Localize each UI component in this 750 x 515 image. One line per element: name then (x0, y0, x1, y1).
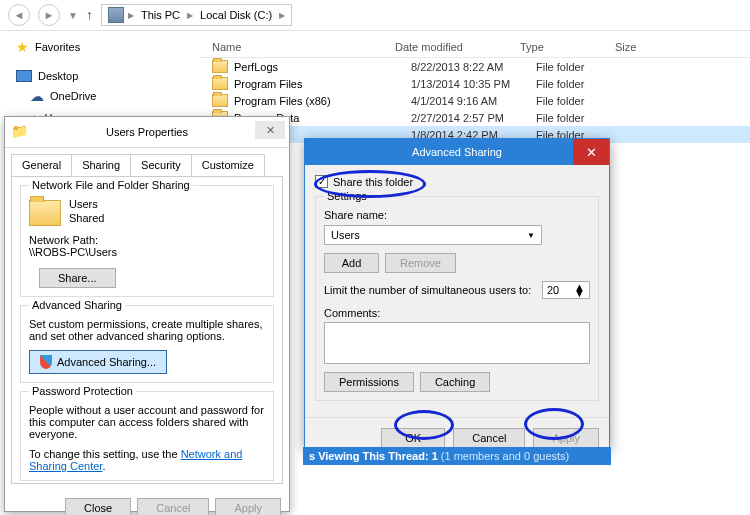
remove-button: Remove (385, 253, 456, 273)
breadcrumb-item[interactable]: This PC (138, 8, 183, 22)
comments-label: Comments: (324, 307, 590, 319)
nfs-title: Network File and Folder Sharing (29, 179, 193, 191)
history-dropdown[interactable]: ▼ (68, 10, 78, 21)
pp-desc: People without a user account and passwo… (29, 404, 265, 440)
breadcrumb-item[interactable]: Local Disk (C:) (197, 8, 275, 22)
ok-button[interactable]: OK (381, 428, 445, 448)
limit-label: Limit the number of simultaneous users t… (324, 284, 531, 296)
table-row[interactable]: Program Files (x86)4/1/2014 9:16 AMFile … (200, 92, 750, 109)
star-icon: ★ (16, 39, 29, 55)
sidebar-onedrive[interactable]: ☁ OneDrive (8, 85, 192, 107)
favorites-header[interactable]: ★ Favorites (8, 39, 192, 55)
nfs-folder: Users (69, 198, 104, 210)
back-button[interactable]: ◄ (8, 4, 30, 26)
folder-icon (212, 94, 228, 107)
share-name-select[interactable]: Users ▼ (324, 225, 542, 245)
col-type[interactable]: Type (520, 41, 615, 53)
advanced-sharing-button[interactable]: Advanced Sharing... (29, 350, 167, 374)
cloud-icon: ☁ (30, 88, 44, 104)
cancel-button: Cancel (137, 498, 209, 515)
properties-tabs: General Sharing Security Customize (5, 148, 289, 176)
up-button[interactable]: ↑ (86, 7, 93, 23)
thread-bar: s Viewing This Thread: 1 (1 members and … (303, 447, 611, 465)
properties-title: 📁 Users Properties ✕ (5, 117, 289, 148)
adv-group: Advanced Sharing Set custom permissions,… (20, 305, 274, 383)
apply-button: Apply (533, 428, 599, 448)
cancel-button[interactable]: Cancel (453, 428, 525, 448)
settings-group: Settings Share name: Users ▼ Add Remove … (315, 196, 599, 401)
share-button[interactable]: Share... (39, 268, 116, 288)
properties-dialog: 📁 Users Properties ✕ General Sharing Sec… (4, 116, 290, 512)
favorites-label: Favorites (35, 41, 80, 53)
caching-button[interactable]: Caching (420, 372, 490, 392)
np-value: \\ROBS-PC\Users (29, 246, 265, 258)
col-size[interactable]: Size (615, 41, 675, 53)
share-folder-checkbox[interactable]: ✓ (315, 175, 328, 188)
col-date[interactable]: Date modified (395, 41, 520, 53)
comments-textarea[interactable] (324, 322, 590, 364)
table-row[interactable]: PerfLogs8/22/2013 8:22 AMFile folder (200, 58, 750, 75)
list-header: Name Date modified Type Size (200, 37, 750, 58)
breadcrumb[interactable]: ▶ This PC ▶ Local Disk (C:) ▶ (101, 4, 292, 26)
folder-icon (212, 60, 228, 73)
tab-general[interactable]: General (11, 154, 72, 176)
tab-sharing[interactable]: Sharing (71, 154, 131, 176)
np-label: Network Path: (29, 234, 265, 246)
adv-dialog-title: Advanced Sharing ✕ (305, 139, 609, 165)
close-button[interactable]: ✕ (573, 139, 609, 165)
nfs-group: Network File and Folder Sharing Users Sh… (20, 185, 274, 297)
advanced-sharing-dialog: Advanced Sharing ✕ ✓ Share this folder S… (304, 138, 610, 448)
limit-spinner[interactable]: 20 ▲▼ (542, 281, 590, 299)
tab-customize[interactable]: Customize (191, 154, 265, 176)
desktop-icon (16, 70, 32, 82)
apply-button: Apply (215, 498, 281, 515)
nfs-status: Shared (69, 212, 104, 224)
folder-icon: 📁 (11, 123, 28, 139)
adv-desc: Set custom permissions, create multiple … (29, 318, 265, 342)
close-button[interactable]: ✕ (255, 121, 285, 139)
share-folder-label: Share this folder (333, 176, 413, 188)
forward-button[interactable]: ► (38, 4, 60, 26)
spin-down[interactable]: ▼ (574, 290, 585, 296)
chevron-down-icon: ▼ (527, 231, 535, 240)
adv-title: Advanced Sharing (29, 299, 125, 311)
table-row[interactable]: Program Files1/13/2014 10:35 PMFile fold… (200, 75, 750, 92)
permissions-button[interactable]: Permissions (324, 372, 414, 392)
explorer-toolbar: ◄ ► ▼ ↑ ▶ This PC ▶ Local Disk (C:) ▶ (0, 0, 750, 31)
pp-title: Password Protection (29, 385, 136, 397)
settings-title: Settings (324, 190, 370, 202)
col-name[interactable]: Name (200, 41, 395, 53)
sidebar-desktop[interactable]: Desktop (8, 67, 192, 85)
share-name-label: Share name: (324, 209, 590, 221)
pc-icon (108, 7, 124, 23)
shield-icon (40, 355, 52, 369)
close-button[interactable]: Close (65, 498, 131, 515)
folder-icon (212, 77, 228, 90)
folder-icon (29, 200, 61, 226)
pp-change: To change this setting, use the Network … (29, 448, 265, 472)
tab-security[interactable]: Security (130, 154, 192, 176)
pp-group: Password Protection People without a use… (20, 391, 274, 481)
add-button[interactable]: Add (324, 253, 379, 273)
